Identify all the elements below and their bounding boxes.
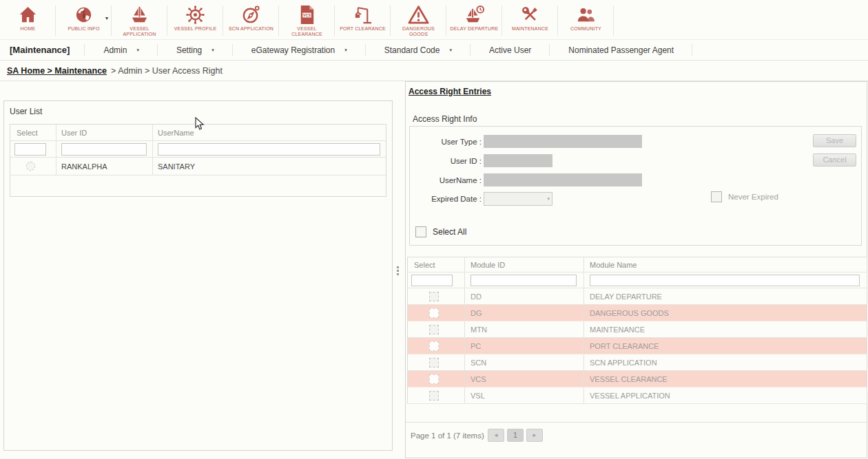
nav-port-clearance[interactable]: PORT CLEARANCE [335, 0, 391, 39]
nav-delay-departure[interactable]: DELAY DEPARTURE [446, 0, 502, 39]
save-button[interactable]: Save [813, 134, 856, 147]
svg-text:VCS: VCS [303, 13, 311, 17]
user-type-label: User Type : [410, 138, 482, 146]
chevron-down-icon[interactable]: ▾ [105, 15, 108, 21]
ship-clock-icon [464, 4, 485, 25]
menu-egateway-registration[interactable]: eGateway Registration ▾ [233, 40, 366, 60]
globe-icon [73, 4, 94, 25]
icon-toolbar: HOME PUBLIC INFO ▾ VESSEL APPLICATION [0, 0, 868, 39]
chevron-down-icon: ▾ [449, 47, 452, 53]
nav-label: DELAY DEPARTURE [449, 26, 500, 32]
user-type-field [484, 135, 642, 148]
menu-bar: [Maintenance] Admin ▾ Setting ▾ eGateway… [0, 39, 868, 61]
user-name-filter-input[interactable] [158, 143, 380, 156]
module-name-cell: SCN APPLICATION [583, 354, 867, 370]
menu-label: Nominated Passenger Agent [568, 45, 674, 55]
expired-date-field: ▾ [484, 192, 552, 206]
user-name-label: UserName : [410, 176, 482, 184]
module-select-checkbox[interactable] [429, 292, 439, 301]
module-table-row[interactable]: VCS VESSEL CLEARANCE [408, 371, 867, 387]
menu-label: Active User [489, 45, 531, 55]
nav-home[interactable]: HOME [0, 0, 56, 39]
access-right-panel: Access Right Entries Access Right Info U… [405, 81, 867, 458]
page-1-button[interactable]: 1 [507, 429, 524, 442]
menu-standard-code[interactable]: Standard Code ▾ [366, 40, 471, 60]
user-table-row[interactable]: RANKALPHA SANITARY [10, 158, 386, 175]
module-table-header: Select Module ID Module Name [408, 257, 867, 273]
nav-maintenance[interactable]: MAINTENANCE [502, 0, 558, 39]
warning-icon [408, 4, 429, 25]
nav-vessel-application[interactable]: VESSEL APPLICATION [112, 0, 167, 39]
nav-label: PORT CLEARANCE [338, 26, 389, 32]
chevron-down-icon: ▾ [211, 47, 214, 53]
never-expired-checkbox[interactable] [711, 191, 722, 202]
select-filter-input[interactable] [14, 143, 46, 156]
nav-vessel-profile[interactable]: VESSEL PROFILE [167, 0, 223, 39]
module-select-checkbox[interactable] [429, 341, 439, 351]
module-table-row[interactable]: DG DANGEROUS GOODS [408, 305, 867, 321]
prev-page-button[interactable]: ◄ [488, 429, 504, 442]
chevron-down-icon: ▾ [136, 47, 139, 53]
menu-label: Admin [103, 45, 127, 55]
module-id-cell: PC [464, 338, 583, 354]
nav-label: MAINTENANCE [505, 26, 556, 32]
nav-community[interactable]: COMMUNITY [558, 0, 614, 39]
next-page-button[interactable]: ► [526, 429, 543, 442]
module-name-cell: MAINTENANCE [583, 321, 867, 337]
user-list-panel: User List Select User ID UserName RANKAL… [3, 100, 393, 451]
module-id-filter-input[interactable] [471, 275, 577, 286]
menu-admin[interactable]: Admin ▾ [85, 40, 158, 60]
nav-label: SCN APPLICATION [226, 26, 277, 32]
col-header-module-id: Module ID [464, 257, 583, 272]
menu-label: Standard Code [384, 45, 440, 55]
user-id-field [484, 154, 552, 167]
module-name-filter-input[interactable] [590, 275, 860, 286]
module-table: Select Module ID Module Name DD DELAY DE… [407, 257, 867, 404]
expired-date-label: Expired Date : [410, 195, 482, 203]
module-select-checkbox[interactable] [429, 358, 439, 367]
crane-icon [352, 4, 373, 25]
module-table-row[interactable]: PC PORT CLEARANCE [408, 338, 867, 354]
access-right-entries-title[interactable]: Access Right Entries [409, 87, 491, 96]
module-name-cell: VESSEL APPLICATION [583, 387, 867, 403]
cancel-button[interactable]: Cancel [813, 153, 856, 167]
nav-label: DANGEROUS GOODS [393, 26, 444, 37]
nav-dangerous-goods[interactable]: DANGEROUS GOODS [391, 0, 446, 39]
never-expired-label: Never Expired [728, 193, 778, 201]
menu-setting[interactable]: Setting ▾ [158, 40, 233, 60]
user-name-field [484, 173, 642, 186]
nav-vessel-clearance[interactable]: VCS VESSEL CLEARANCE [279, 0, 335, 39]
module-select-checkbox[interactable] [429, 391, 439, 401]
module-select-checkbox[interactable] [429, 325, 439, 334]
never-expired-option: Never Expired [711, 191, 778, 202]
menu-label: Setting [176, 45, 202, 55]
module-table-row[interactable]: DD DELAY DEPARTURE [408, 288, 867, 305]
app-window: HOME PUBLIC INFO ▾ VESSEL APPLICATION [0, 0, 868, 459]
select-all-checkbox[interactable] [415, 226, 426, 237]
menu-nominated-passenger-agent[interactable]: Nominated Passenger Agent [550, 40, 692, 60]
user-id-filter-input[interactable] [61, 143, 147, 156]
chevron-down-icon: ▾ [344, 47, 347, 53]
user-id-cell: RANKALPHA [56, 158, 152, 175]
home-icon [17, 4, 39, 25]
access-right-info-box: User Type : User ID : UserName : Expired… [409, 126, 862, 246]
module-select-checkbox[interactable] [429, 308, 439, 318]
user-id-label: User ID : [410, 157, 482, 165]
nav-label: HOME [3, 26, 54, 32]
panel-splitter-handle[interactable] [397, 266, 399, 275]
nav-public-info[interactable]: PUBLIC INFO ▾ [56, 0, 112, 39]
module-table-row[interactable]: MTN MAINTENANCE [408, 321, 867, 338]
menu-active-user[interactable]: Active User [471, 40, 550, 60]
module-table-row[interactable]: VSL VESSEL APPLICATION [408, 387, 867, 404]
nav-scn-application[interactable]: SCN APPLICATION [223, 0, 279, 39]
access-right-info-label: Access Right Info [413, 114, 477, 124]
module-select-checkbox[interactable] [429, 374, 439, 384]
nav-label: COMMUNITY [561, 26, 612, 32]
module-select-filter-input[interactable] [411, 275, 453, 286]
breadcrumb-link[interactable]: SA Home > Maintenance [7, 66, 107, 76]
module-table-row[interactable]: SCN SCN APPLICATION [408, 354, 867, 371]
user-name-cell: SANITARY [152, 158, 386, 175]
module-id-cell: DD [464, 288, 583, 304]
tools-icon [519, 4, 541, 25]
user-select-radio[interactable] [26, 162, 35, 171]
